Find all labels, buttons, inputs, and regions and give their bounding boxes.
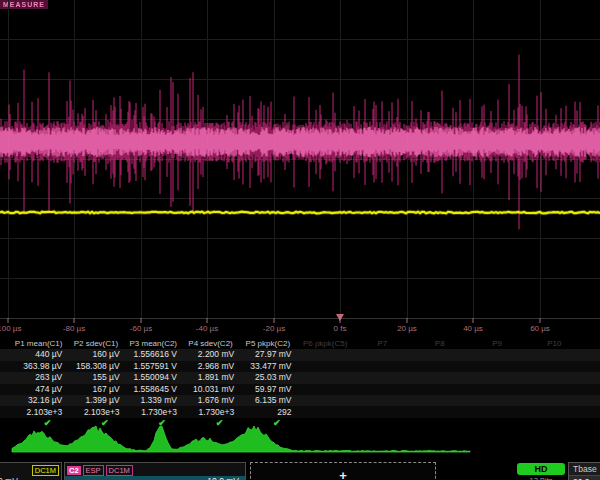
measurement-num: 1.730e+3 bbox=[125, 407, 182, 419]
measurement-header[interactable]: P3 mean(C2) bbox=[125, 338, 182, 349]
c2-vertical-scale: 10.0 mV bbox=[65, 476, 245, 480]
measurement-sdev: 1.399 µV bbox=[67, 395, 124, 407]
measurement-max bbox=[468, 384, 525, 396]
measurement-header[interactable]: P2 sdev(C1) bbox=[67, 338, 124, 349]
measurement-sdev: 32.16 µV bbox=[10, 395, 67, 407]
measurement-mean: 158.308 µV bbox=[67, 361, 124, 373]
measurement-mean: 363.98 µV bbox=[10, 361, 67, 373]
measurement-num: 2.103e+3 bbox=[10, 407, 67, 419]
measurement-table: P1 mean(C1)440 µV363.98 µV263 µV474 µV32… bbox=[10, 338, 600, 429]
measurement-column-11: P11 bbox=[583, 338, 600, 429]
measurement-max: 59.97 mV bbox=[239, 384, 296, 396]
measurement-value bbox=[468, 349, 525, 361]
measurement-column-8: P8 bbox=[411, 338, 468, 429]
measurement-column-2[interactable]: P2 sdev(C1)160 µV158.308 µV155 µV167 µV1… bbox=[67, 338, 124, 429]
timebase-label: Tbase bbox=[569, 463, 600, 476]
measurement-max bbox=[354, 384, 411, 396]
measurement-sdev: 1.676 mV bbox=[182, 395, 239, 407]
oscilloscope-screen: MEASURE -100 µs-80 µs-60 µs-40 µs-20 µs0… bbox=[0, 0, 600, 480]
svg-text:-20 µs: -20 µs bbox=[263, 324, 285, 333]
measurement-value bbox=[296, 349, 353, 361]
measurement-mean: 1.557591 V bbox=[125, 361, 182, 373]
plus-icon: + bbox=[339, 468, 347, 480]
svg-text:-100 µs: -100 µs bbox=[0, 324, 21, 333]
measurement-sdev bbox=[583, 395, 600, 407]
measurement-column-9: P9 bbox=[468, 338, 525, 429]
measurement-num bbox=[354, 407, 411, 419]
measurement-min bbox=[296, 372, 353, 384]
measurement-num: 292 bbox=[239, 407, 296, 419]
time-axis: -100 µs-80 µs-60 µs-40 µs-20 µs0 fs20 µs… bbox=[0, 318, 550, 333]
measurement-sdev bbox=[526, 395, 583, 407]
measurement-max: 10.031 mV bbox=[182, 384, 239, 396]
measurement-header[interactable]: P6 pkpk(C5) bbox=[296, 338, 353, 349]
channel2-descriptor-box[interactable]: C2 ESP DC1M 10.0 mV bbox=[64, 462, 246, 480]
channel1-descriptor-box[interactable]: DC1M 10.0 mV bbox=[0, 462, 62, 480]
measurement-value: 160 µV bbox=[67, 349, 124, 361]
measurement-mean bbox=[583, 361, 600, 373]
measurement-sdev bbox=[296, 395, 353, 407]
measurement-column-1[interactable]: P1 mean(C1)440 µV363.98 µV263 µV474 µV32… bbox=[10, 338, 67, 429]
c2-esp-tag: ESP bbox=[83, 465, 104, 476]
measurement-min bbox=[411, 372, 468, 384]
measurement-mean: 2.968 mV bbox=[182, 361, 239, 373]
measurement-num: 2.103e+3 bbox=[67, 407, 124, 419]
measurement-mean bbox=[411, 361, 468, 373]
measurement-column-5[interactable]: P5 pkpk(C2)27.97 mV33.477 mV25.03 mV59.9… bbox=[239, 338, 296, 429]
measurement-header[interactable]: P7 bbox=[354, 338, 411, 349]
measurement-min bbox=[526, 372, 583, 384]
histogram-trace bbox=[12, 426, 470, 452]
hd-mode-badge[interactable]: HD bbox=[517, 463, 565, 475]
measurement-value: 440 µV bbox=[10, 349, 67, 361]
measurement-header[interactable]: P8 bbox=[411, 338, 468, 349]
measurement-header[interactable]: P4 sdev(C2) bbox=[182, 338, 239, 349]
measurement-value: 2.200 mV bbox=[182, 349, 239, 361]
measurement-header[interactable]: P1 mean(C1) bbox=[10, 338, 67, 349]
timebase-descriptor-box[interactable]: Tbase 20.0 µs bbox=[568, 462, 600, 480]
measurement-header[interactable]: P11 bbox=[583, 338, 600, 349]
measurement-column-3[interactable]: P3 mean(C2)1.556616 V1.557591 V1.550094 … bbox=[125, 338, 182, 429]
measurement-sdev bbox=[411, 395, 468, 407]
hd-resolution-label: 12 Bits bbox=[513, 476, 569, 480]
measurement-max bbox=[583, 384, 600, 396]
measurement-min: 263 µV bbox=[10, 372, 67, 384]
c2-channel-tag: C2 bbox=[67, 466, 81, 475]
measurement-min: 1.891 mV bbox=[182, 372, 239, 384]
svg-text:-80 µs: -80 µs bbox=[63, 324, 85, 333]
measurement-max: 474 µV bbox=[10, 384, 67, 396]
measurement-min bbox=[354, 372, 411, 384]
measurement-sdev: 6.135 mV bbox=[239, 395, 296, 407]
waveform-display[interactable]: -100 µs-80 µs-60 µs-40 µs-20 µs0 fs20 µs… bbox=[0, 0, 600, 338]
measurement-histogram bbox=[0, 425, 600, 462]
measurement-mean bbox=[526, 361, 583, 373]
measurement-max bbox=[411, 384, 468, 396]
svg-text:-40 µs: -40 µs bbox=[196, 324, 218, 333]
svg-text:-60 µs: -60 µs bbox=[130, 324, 152, 333]
measurement-header[interactable]: P9 bbox=[468, 338, 525, 349]
measurement-mean bbox=[354, 361, 411, 373]
measurement-max bbox=[296, 384, 353, 396]
channel1-trace bbox=[0, 212, 600, 214]
svg-text:0 fs: 0 fs bbox=[334, 324, 347, 333]
add-trace-button[interactable]: + bbox=[250, 462, 436, 480]
measurement-num bbox=[296, 407, 353, 419]
measurement-column-6: P6 pkpk(C5) bbox=[296, 338, 353, 429]
svg-text:20 µs: 20 µs bbox=[397, 324, 417, 333]
measurement-max: 1.558645 V bbox=[125, 384, 182, 396]
measurement-max: 167 µV bbox=[67, 384, 124, 396]
measurement-num: 1.730e+3 bbox=[182, 407, 239, 419]
measurement-min: 1.550094 V bbox=[125, 372, 182, 384]
timebase-value: 20.0 µs bbox=[569, 476, 600, 480]
measurement-mean: 33.477 mV bbox=[239, 361, 296, 373]
measurement-value bbox=[583, 349, 600, 361]
measurement-value bbox=[526, 349, 583, 361]
measurement-sdev bbox=[468, 395, 525, 407]
measurement-header[interactable]: P10 bbox=[526, 338, 583, 349]
measurement-value: 27.97 mV bbox=[239, 349, 296, 361]
measurement-column-10: P10 bbox=[526, 338, 583, 429]
channel2-trace bbox=[0, 55, 600, 230]
svg-text:60 µs: 60 µs bbox=[530, 324, 550, 333]
measurement-mean bbox=[296, 361, 353, 373]
measurement-column-4[interactable]: P4 sdev(C2)2.200 mV2.968 mV1.891 mV10.03… bbox=[182, 338, 239, 429]
measurement-header[interactable]: P5 pkpk(C2) bbox=[239, 338, 296, 349]
